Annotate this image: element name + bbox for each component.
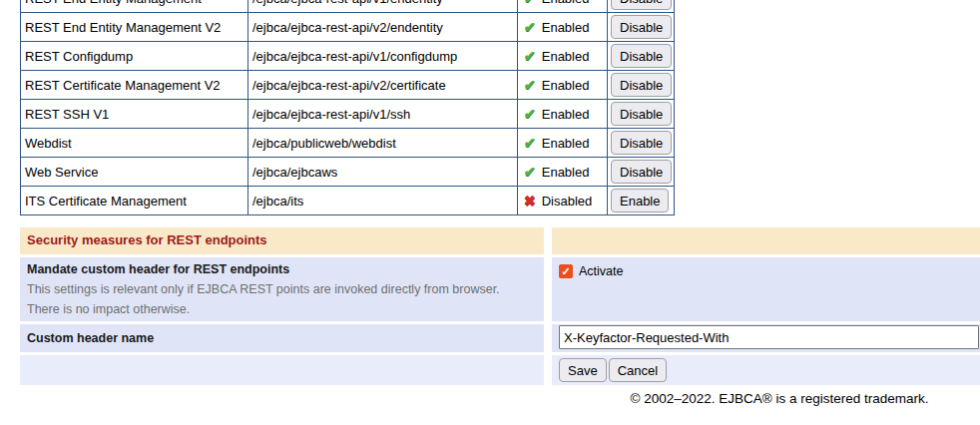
endpoint-name: REST Certificate Management V2	[21, 71, 248, 100]
status-enabled-icon: ✔	[524, 78, 536, 92]
table-row: ITS Certificate Management /ejbca/its ✖ …	[21, 187, 675, 215]
table-row: REST Configdump /ejbca/ejbca-rest-api/v1…	[21, 42, 675, 71]
copyright-notice: © 2002–2022. EJBCA® is a registered trad…	[0, 391, 980, 406]
endpoint-url: /ejbca/ejbcaws	[248, 158, 518, 187]
endpoint-name: REST Configdump	[21, 42, 248, 71]
status-enabled-icon: ✔	[524, 165, 536, 179]
status-label: Enabled	[542, 165, 590, 180]
status-label: Enabled	[542, 49, 590, 64]
table-row: Web Service /ejbca/ejbcaws ✔ Enabled Dis…	[21, 158, 675, 187]
endpoint-url: /ejbca/ejbca-rest-api/v1/configdump	[248, 42, 518, 71]
table-row: Webdist /ejbca/publicweb/webdist ✔ Enabl…	[21, 129, 675, 158]
status-enabled-icon: ✔	[524, 136, 536, 150]
status-label: Enabled	[542, 136, 590, 151]
endpoint-url: /ejbca/ejbca-rest-api/v2/endentity	[248, 13, 518, 42]
security-measures-section: Security measures for REST endpoints Man…	[20, 227, 980, 385]
toggle-endpoint-button[interactable]: Disable	[611, 0, 672, 10]
toggle-endpoint-button[interactable]: Disable	[611, 131, 672, 155]
section-title-spacer	[552, 227, 980, 254]
custom-header-name-input[interactable]	[559, 325, 979, 349]
endpoint-name: REST SSH V1	[21, 100, 248, 129]
toggle-endpoint-button[interactable]: Disable	[611, 15, 672, 39]
endpoint-url: /ejbca/ejbca-rest-api/v2/certificate	[248, 71, 518, 100]
rest-endpoints-table: REST End Entity Management /ejbca/ejbca-…	[20, 0, 675, 215]
status-label: Enabled	[542, 20, 590, 35]
table-row: REST SSH V1 /ejbca/ejbca-rest-api/v1/ssh…	[21, 100, 675, 129]
status-label: Enabled	[542, 78, 590, 93]
empty-cell	[20, 355, 544, 385]
table-row: REST End Entity Management V2 /ejbca/ejb…	[21, 13, 675, 42]
status-label: Enabled	[542, 0, 590, 6]
mandate-header-description: This settings is relevant only if EJBCA …	[27, 279, 531, 319]
toggle-endpoint-button[interactable]: Disable	[611, 160, 672, 184]
status-enabled-icon: ✔	[524, 0, 536, 5]
toggle-endpoint-button[interactable]: Enable	[611, 189, 669, 212]
toggle-endpoint-button[interactable]: Disable	[611, 102, 672, 126]
mandate-header-label: Mandate custom header for REST endpoints	[27, 262, 537, 276]
activate-checkbox[interactable]: ✓	[559, 264, 573, 278]
endpoint-name: REST End Entity Management V2	[21, 13, 248, 42]
status-enabled-icon: ✔	[524, 107, 536, 121]
status-disabled-icon: ✖	[524, 194, 536, 208]
activate-checkbox-label: Activate	[579, 264, 623, 278]
endpoint-url: /ejbca/its	[248, 187, 518, 215]
status-enabled-icon: ✔	[524, 49, 536, 63]
endpoint-url: /ejbca/ejbca-rest-api/v1/endentity	[248, 0, 518, 13]
table-row: REST Certificate Management V2 /ejbca/ej…	[21, 71, 675, 100]
endpoint-name: REST End Entity Management	[21, 0, 248, 13]
section-title: Security measures for REST endpoints	[27, 232, 267, 247]
endpoint-url: /ejbca/ejbca-rest-api/v1/ssh	[248, 100, 518, 129]
save-button[interactable]: Save	[559, 358, 607, 382]
table-row: REST End Entity Management /ejbca/ejbca-…	[21, 0, 675, 13]
status-label: Disabled	[542, 194, 593, 209]
status-enabled-icon: ✔	[524, 20, 536, 34]
endpoint-url: /ejbca/publicweb/webdist	[248, 129, 518, 158]
cancel-button[interactable]: Cancel	[609, 358, 667, 382]
toggle-endpoint-button[interactable]: Disable	[611, 44, 672, 68]
toggle-endpoint-button[interactable]: Disable	[611, 73, 672, 97]
status-label: Enabled	[542, 107, 590, 122]
endpoint-name: Web Service	[21, 158, 248, 187]
endpoint-name: Webdist	[21, 129, 248, 158]
endpoint-name: ITS Certificate Management	[21, 187, 248, 215]
custom-header-name-label: Custom header name	[27, 325, 537, 345]
